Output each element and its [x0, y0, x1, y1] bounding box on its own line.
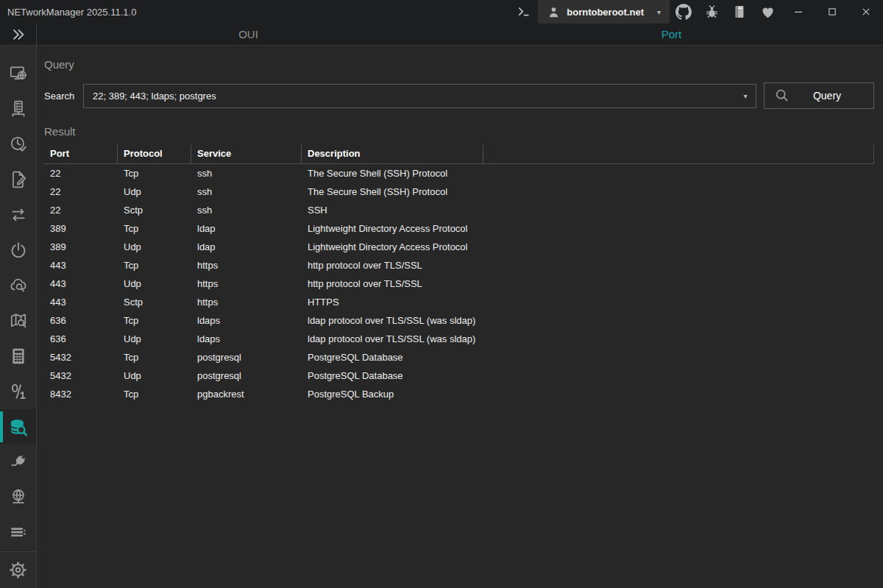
power-icon: [9, 241, 28, 260]
profile-selector[interactable]: borntoberoot.net ▾: [538, 0, 670, 24]
titlebar: NETworkManager 2025.11.1.0 borntoberoot.…: [0, 0, 883, 24]
github-icon: [675, 4, 692, 20]
sidebar-item-dashboard[interactable]: [0, 56, 36, 91]
sidebar-item-cloud-search[interactable]: [0, 268, 36, 303]
cell-protocol: Sctp: [118, 205, 191, 216]
combobox-caret-icon[interactable]: ▾: [735, 92, 756, 100]
result-section-title: Result: [44, 125, 874, 138]
cell-port: 22: [44, 205, 118, 216]
table-row[interactable]: 5432 Udp postgresql PostgreSQL Database: [44, 366, 874, 385]
query-button[interactable]: Query: [764, 82, 874, 109]
chevron-down-icon[interactable]: ▾: [657, 8, 661, 16]
sidebar-item-plug[interactable]: [0, 444, 36, 480]
cell-port: 22: [44, 186, 118, 197]
cell-service: ldap: [191, 241, 302, 252]
search-row: Search ▾ Query: [44, 82, 874, 109]
minimize-button[interactable]: [781, 0, 815, 24]
github-button[interactable]: [670, 0, 698, 24]
sponsor-button[interactable]: [753, 0, 781, 24]
table-row[interactable]: 443 Udp https http protocol over TLS/SSL: [44, 274, 874, 293]
cell-service: https: [191, 297, 302, 308]
maximize-button[interactable]: [815, 0, 849, 24]
main-area: Query Search ▾ Query Result Port Protoco…: [0, 46, 883, 588]
table-row[interactable]: 8432 Tcp pgbackrest PostgreSQL Backup: [44, 385, 874, 403]
table-row[interactable]: 389 Udp ldap Lightweight Directory Acces…: [44, 238, 874, 256]
sidebar-item-settings[interactable]: [0, 551, 36, 588]
tab-oui[interactable]: OUI: [37, 24, 460, 45]
cell-service: postgresql: [191, 352, 302, 363]
calculator-icon: [9, 347, 28, 366]
sidebar-item-swap[interactable]: [0, 197, 36, 233]
terminal-button[interactable]: [510, 0, 538, 24]
cell-description: The Secure Shell (SSH) Protocol: [302, 168, 483, 179]
column-header-description[interactable]: Description: [302, 145, 483, 163]
cell-protocol: Tcp: [118, 352, 191, 363]
table-row[interactable]: 389 Tcp ldap Lightweight Directory Acces…: [44, 219, 874, 238]
cell-service: ssh: [191, 168, 302, 179]
close-icon: [859, 4, 873, 19]
column-header-protocol[interactable]: Protocol: [118, 145, 191, 163]
cell-service: https: [191, 278, 302, 289]
sidebar-items: [0, 46, 36, 551]
query-button-label: Query: [790, 90, 864, 102]
content: Query Search ▾ Query Result Port Protoco…: [37, 46, 883, 588]
tab-port[interactable]: Port: [460, 24, 883, 45]
double-chevron-right-icon: [10, 26, 26, 43]
cell-service: https: [191, 260, 302, 271]
table-row[interactable]: 443 Sctp https HTTPS: [44, 293, 874, 311]
table-row[interactable]: 443 Tcp https http protocol over TLS/SSL: [44, 256, 874, 274]
table-row[interactable]: 22 Sctp ssh SSH: [44, 201, 874, 219]
cell-port: 8432: [44, 389, 118, 400]
cell-service: pgbackrest: [191, 389, 302, 400]
sidebar-item-server-network[interactable]: [0, 91, 36, 127]
sidebar-item-lookup[interactable]: [0, 409, 36, 444]
table-row[interactable]: 5432 Tcp postgresql PostgreSQL Database: [44, 348, 874, 366]
column-header-service[interactable]: Service: [191, 145, 302, 163]
cell-service: ldap: [191, 223, 302, 234]
table-row[interactable]: 636 Udp ldaps ldap protocol over TLS/SSL…: [44, 330, 874, 348]
sidebar-item-map-search[interactable]: [0, 303, 36, 339]
column-header-port[interactable]: Port: [44, 145, 118, 163]
cell-port: 389: [44, 241, 118, 252]
documentation-button[interactable]: [726, 0, 753, 24]
cell-port: 22: [44, 168, 118, 179]
window-title: NETworkManager 2025.11.1.0: [7, 7, 136, 18]
cell-service: postgresql: [191, 370, 302, 381]
sidebar-item-power[interactable]: [0, 233, 36, 268]
cell-port: 636: [44, 315, 118, 326]
file-edit-icon: [9, 170, 28, 189]
search-combobox[interactable]: ▾: [83, 84, 756, 108]
cell-protocol: Tcp: [118, 260, 191, 271]
swap-arrows-icon: [9, 205, 28, 224]
query-section-title: Query: [44, 58, 874, 71]
server-network-icon: [9, 99, 28, 118]
cell-protocol: Udp: [118, 241, 191, 252]
table-row[interactable]: 636 Tcp ldaps ldap protocol over TLS/SSL…: [44, 311, 874, 330]
user-icon: [547, 5, 561, 19]
cell-description: ldap protocol over TLS/SSL (was sldap): [302, 315, 483, 326]
sidebar-item-calculator[interactable]: [0, 339, 36, 374]
heart-icon: [760, 4, 776, 20]
sidebar-expander[interactable]: [0, 24, 37, 45]
close-button[interactable]: [849, 0, 883, 24]
sidebar-item-list[interactable]: [0, 515, 36, 550]
cell-description: PostgreSQL Backup: [302, 389, 483, 400]
plug-icon: [9, 453, 28, 472]
cell-description: The Secure Shell (SSH) Protocol: [302, 186, 483, 197]
cell-service: ldaps: [191, 333, 302, 344]
table-row[interactable]: 22 Tcp ssh The Secure Shell (SSH) Protoc…: [44, 164, 874, 183]
profile-name: borntoberoot.net: [567, 7, 644, 18]
report-bug-button[interactable]: [698, 0, 726, 24]
sidebar-item-clock-check[interactable]: [0, 127, 36, 162]
globe-network-icon: [9, 488, 28, 507]
sidebar-item-file-edit[interactable]: [0, 162, 36, 197]
clock-check-icon: [9, 135, 28, 154]
cell-protocol: Udp: [118, 186, 191, 197]
cell-description: http protocol over TLS/SSL: [302, 278, 483, 289]
sidebar-item-binary[interactable]: [0, 374, 36, 409]
sidebar-item-web-globe[interactable]: [0, 480, 36, 515]
table-row[interactable]: 22 Udp ssh The Secure Shell (SSH) Protoc…: [44, 183, 874, 201]
binary-icon: [9, 382, 28, 401]
search-input[interactable]: [84, 91, 735, 102]
book-icon: [732, 4, 747, 19]
